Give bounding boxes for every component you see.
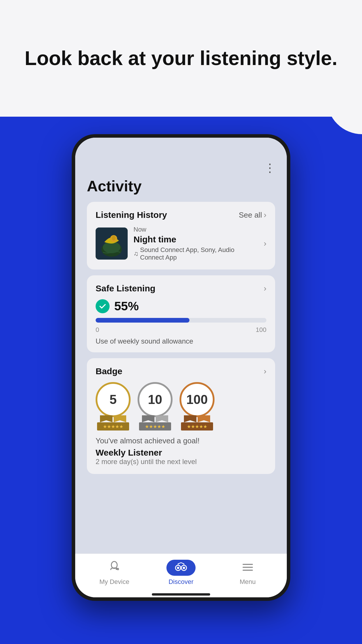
badge-sub-text: 2 more day(s) until the next level xyxy=(96,458,266,466)
badge-card: Badge › 5 xyxy=(87,358,275,474)
home-indicator xyxy=(75,592,287,597)
badge-chevron-icon[interactable]: › xyxy=(264,367,266,376)
medal-silver: 10 ★★★★★ xyxy=(138,382,173,430)
medal-value-bronze: 100 xyxy=(186,392,208,407)
medal-stars-bronze: ★★★★★ xyxy=(187,424,207,429)
ribbon-right-bronze xyxy=(198,415,210,422)
history-item[interactable]: Now Night time ♫ Sound Connect App, Sony… xyxy=(96,226,266,261)
see-all-label: See all xyxy=(239,211,262,220)
ribbon-right-gold xyxy=(114,415,126,422)
ribbon-right-silver xyxy=(156,415,168,422)
nav-item-menu[interactable]: Menu xyxy=(214,560,281,586)
ribbon-left-bronze xyxy=(184,415,196,422)
check-circle-icon xyxy=(96,299,110,313)
track-name: Night time xyxy=(133,235,258,244)
safe-listening-title: Safe Listening xyxy=(96,284,155,293)
status-bar xyxy=(75,138,287,155)
progress-bar xyxy=(96,318,266,323)
medal-value-gold: 5 xyxy=(110,392,117,407)
discover-icon xyxy=(175,561,187,574)
nav-icon-wrap-discover xyxy=(166,560,196,576)
medal-bronze: 100 ★★★★★ xyxy=(180,382,215,430)
medal-banner-gold: ★★★★★ xyxy=(97,422,129,430)
ribbon-left-gold xyxy=(100,415,113,422)
chevron-right-icon: › xyxy=(264,210,266,220)
nav-item-discover[interactable]: Discover xyxy=(148,560,215,586)
safe-listening-card: Safe Listening › 55% xyxy=(87,275,275,352)
nav-icon-wrap-device xyxy=(103,560,126,576)
safe-listening-header: Safe Listening › xyxy=(96,284,266,293)
medal-stars-silver: ★★★★★ xyxy=(145,424,165,429)
medal-banner-silver: ★★★★★ xyxy=(139,422,171,430)
track-info: Now Night time ♫ Sound Connect App, Sony… xyxy=(133,226,258,261)
badge-header: Badge › xyxy=(96,366,266,376)
nav-icon-wrap-menu xyxy=(236,560,259,576)
safe-listening-chevron-icon[interactable]: › xyxy=(264,284,266,293)
badge-row: 5 ★★★★★ xyxy=(96,382,266,430)
history-chevron-icon: › xyxy=(264,239,266,248)
allowance-text: Use of weekly sound allowance xyxy=(96,337,266,345)
progress-bar-fill xyxy=(96,318,189,323)
album-art xyxy=(96,228,128,260)
medal-circle-bronze: 100 xyxy=(180,382,215,417)
more-options-icon[interactable]: ⋮ xyxy=(264,161,275,174)
percentage-value: 55% xyxy=(114,299,139,313)
svg-point-9 xyxy=(177,567,179,569)
music-note-icon: ♫ xyxy=(133,250,138,258)
svg-point-4 xyxy=(112,236,115,240)
listening-history-title: Listening History xyxy=(96,210,167,220)
top-section: Look back at your listening style. xyxy=(0,0,362,117)
home-bar xyxy=(152,593,210,596)
top-bar: ⋮ xyxy=(87,161,275,174)
listening-history-card: Listening History See all › xyxy=(87,202,275,270)
badge-title: Badge xyxy=(96,366,122,376)
medal-banner-bronze: ★★★★★ xyxy=(181,422,213,430)
medal-ribbon-silver: ★★★★★ xyxy=(139,415,171,430)
blue-section: ⋮ Activity Listening History See all › xyxy=(0,117,362,644)
medal-gold: 5 ★★★★★ xyxy=(96,382,131,430)
headline: Look back at your listening style. xyxy=(7,46,355,70)
medal-ribbon-bronze: ★★★★★ xyxy=(181,415,213,430)
badge-name: Weekly Listener xyxy=(96,448,266,458)
app-content: ⋮ Activity Listening History See all › xyxy=(75,155,287,554)
badge-goal-text: You've almost achieved a goal! xyxy=(96,436,266,445)
nav-label-discover: Discover xyxy=(168,578,194,586)
percentage-row: 55% xyxy=(96,299,266,313)
my-device-icon xyxy=(108,561,121,575)
medal-stars-gold: ★★★★★ xyxy=(103,424,123,429)
medal-circle-gold: 5 xyxy=(96,382,131,417)
source-text: Sound Connect App, Sony, Audio Connect A… xyxy=(140,246,258,261)
nav-item-my-device[interactable]: My Device xyxy=(81,560,148,586)
track-time: Now xyxy=(133,226,258,233)
medal-value-silver: 10 xyxy=(148,392,162,407)
activity-title: Activity xyxy=(87,177,275,195)
svg-point-5 xyxy=(111,561,117,568)
progress-min: 0 xyxy=(96,326,99,334)
nav-label-menu: Menu xyxy=(240,578,256,586)
svg-point-10 xyxy=(183,567,185,569)
phone-frame: ⋮ Activity Listening History See all › xyxy=(72,134,290,601)
nav-label-device: My Device xyxy=(99,578,129,586)
phone-screen: ⋮ Activity Listening History See all › xyxy=(75,138,287,597)
svg-point-6 xyxy=(116,568,117,570)
medal-circle-silver: 10 xyxy=(138,382,173,417)
see-all-button[interactable]: See all › xyxy=(239,210,266,220)
listening-history-header: Listening History See all › xyxy=(96,210,266,220)
ribbon-left-silver xyxy=(142,415,154,422)
progress-labels: 0 100 xyxy=(96,326,266,334)
medal-ribbon-gold: ★★★★★ xyxy=(97,415,129,430)
track-source: ♫ Sound Connect App, Sony, Audio Connect… xyxy=(133,246,258,261)
progress-max: 100 xyxy=(256,326,266,334)
bottom-nav: My Device xyxy=(75,554,287,592)
menu-icon xyxy=(241,561,254,574)
